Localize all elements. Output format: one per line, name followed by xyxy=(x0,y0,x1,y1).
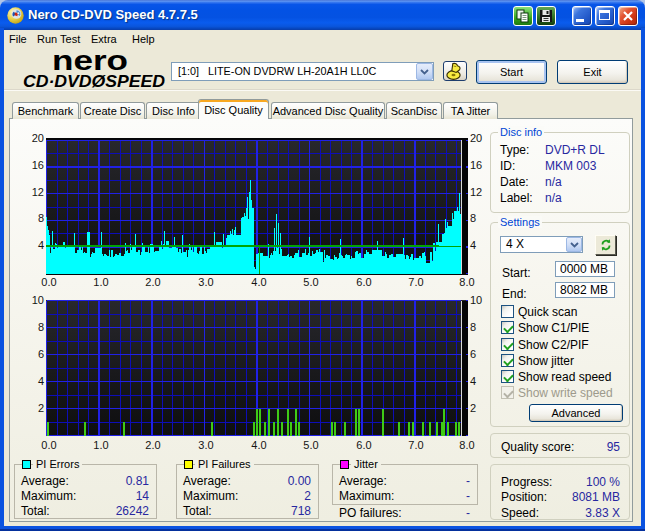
svg-text:CD·DVDØSPEED: CD·DVDØSPEED xyxy=(23,72,165,88)
